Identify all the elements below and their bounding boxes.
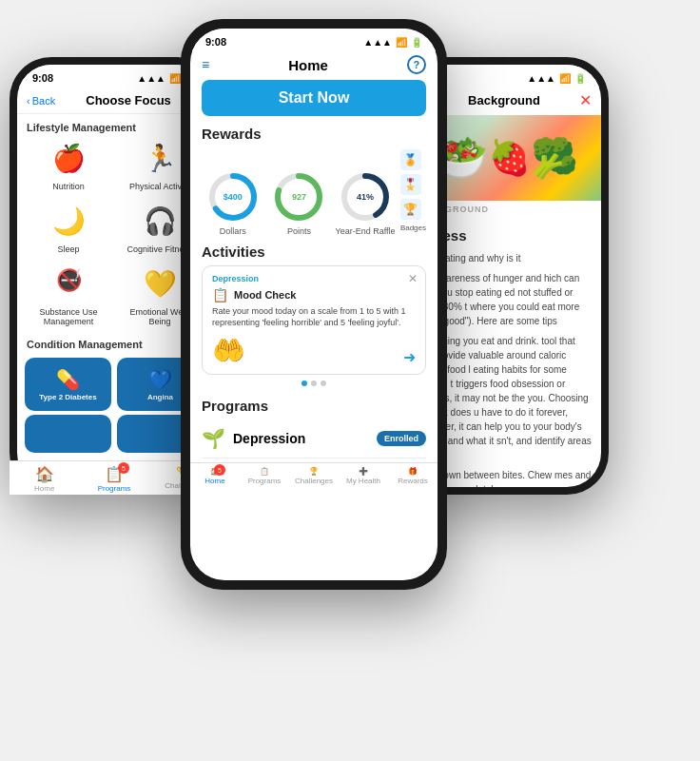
badge-icon-2: 🎖️ — [400, 174, 421, 195]
list-item[interactable]: 🌙 Sleep — [25, 200, 112, 259]
program-depression[interactable]: 🌱 Depression Enrolled — [202, 420, 426, 459]
activities-title: Activities — [202, 244, 426, 260]
activity-illustration: 🤲 — [212, 335, 245, 366]
depression-program-icon: 🌱 — [202, 427, 225, 450]
start-now-button[interactable]: Start Now — [202, 80, 426, 116]
status-bar-center: 9:08 ▲▲▲ 📶 🔋 — [190, 29, 438, 51]
tab-center-health[interactable]: ➕ My Health — [339, 467, 388, 485]
dot-2 — [311, 380, 317, 386]
badges-column: 🏅 🎖️ 🏆 Badges — [400, 149, 426, 236]
list-item[interactable]: 🍎 Nutrition — [25, 137, 112, 196]
mood-check-icon: 📋 — [212, 287, 228, 302]
tab-home[interactable]: 🏠 Home — [17, 465, 79, 487]
enrolled-badge: Enrolled — [377, 431, 426, 446]
status-time: 9:08 — [32, 72, 53, 84]
tab-center-rewards[interactable]: 🎁 Rewards — [388, 467, 438, 485]
center-title: Home — [288, 57, 328, 73]
help-button[interactable]: ? — [407, 55, 426, 74]
battery-icon-right: 🔋 — [574, 73, 586, 84]
signal-icon: ▲▲▲ — [137, 73, 165, 84]
badge-icon-3: 🏆 — [400, 199, 421, 220]
wifi-icon-center: 📶 — [396, 37, 407, 48]
hamburger-icon[interactable]: ≡ — [202, 57, 209, 72]
right-title: Background — [429, 93, 579, 107]
dot-3 — [321, 380, 326, 386]
programs-section: Programs 🌱 Depression Enrolled — [190, 390, 438, 462]
status-time-center: 9:08 — [205, 36, 226, 48]
center-header: ≡ Home ? — [190, 51, 438, 80]
signal-icon-right: ▲▲▲ — [527, 73, 555, 84]
carousel-dots — [202, 380, 426, 386]
wifi-icon-right: 📶 — [559, 73, 571, 84]
tab-center-programs[interactable]: 📋 Programs — [240, 467, 289, 485]
program-name: Depression — [233, 431, 369, 446]
programs-title: Programs — [202, 398, 426, 414]
close-button[interactable]: ✕ — [579, 91, 592, 109]
signal-icon-center: ▲▲▲ — [363, 37, 392, 48]
wifi-icon: 📶 — [169, 73, 181, 84]
tab-center-challenges[interactable]: 🏆 Challenges — [289, 467, 339, 485]
battery-icon-center: 🔋 — [411, 37, 422, 48]
rewards-title: Rewards — [202, 126, 426, 142]
center-tab-bar: 🏠 5 Home 📋 Programs 🏆 Challenges ➕ My He… — [190, 462, 438, 489]
activity-next-button[interactable]: ➜ — [403, 348, 416, 366]
activity-description: Rate your mood today on a scale from 1 t… — [212, 306, 416, 328]
activity-close-button[interactable]: ✕ — [408, 272, 418, 285]
tab-programs[interactable]: 📋 5 Programs — [79, 465, 148, 487]
tab-center-home[interactable]: 🏠 5 Home — [190, 467, 240, 485]
rewards-section: Rewards $400 Dollars — [190, 126, 438, 236]
condition-diabetes[interactable]: 💊 Type 2 Diabetes — [25, 358, 111, 411]
reward-points: 927 Points — [268, 170, 331, 236]
rewards-row: $400 Dollars 927 Points — [202, 149, 426, 236]
left-title: Choose Focus — [55, 93, 202, 107]
back-button[interactable]: ‹ Back — [27, 95, 55, 107]
activity-title: Mood Check — [234, 289, 296, 301]
badge-icon-1: 🏅 — [400, 149, 421, 170]
condition-partial-1[interactable] — [25, 415, 111, 453]
reward-dollars: $400 Dollars — [202, 170, 264, 236]
reward-raffle: 41% Year-End Raffle — [334, 170, 397, 236]
activity-tag: Depression — [212, 274, 416, 283]
center-phone: 9:08 ▲▲▲ 📶 🔋 ≡ Home ? Start Now Rewards — [181, 19, 447, 590]
dot-1 — [301, 380, 307, 386]
activity-card: Depression 📋 Mood Check Rate your mood t… — [202, 265, 426, 375]
list-item[interactable]: 🚭 Substance Use Management — [25, 263, 112, 332]
activities-section: Activities Depression 📋 Mood Check Rate … — [190, 236, 438, 390]
